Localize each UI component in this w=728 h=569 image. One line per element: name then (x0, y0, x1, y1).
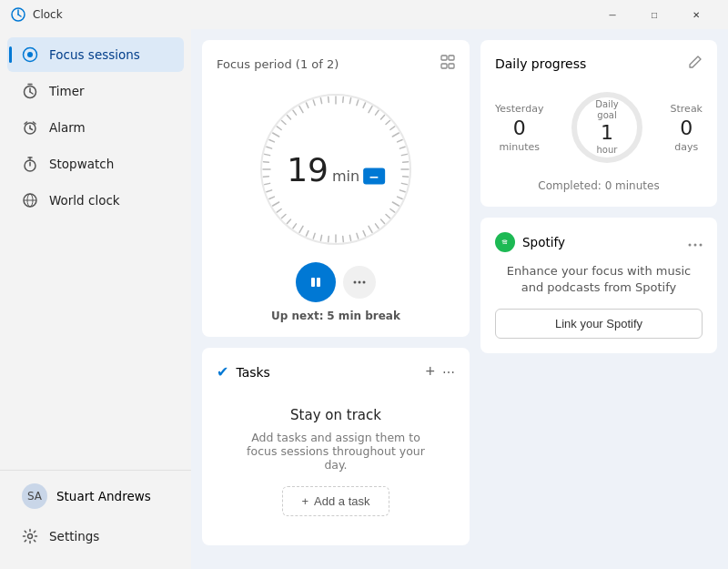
svg-line-80 (287, 116, 290, 119)
world-clock-icon (22, 192, 38, 208)
tasks-header: ✔ Tasks + ⋯ (217, 362, 455, 381)
right-panel: Daily progress Yesterday 0 minutes (480, 40, 717, 558)
svg-line-37 (392, 133, 399, 137)
svg-line-48 (390, 208, 395, 212)
spotify-description: Enhance your focus with music and podcas… (495, 263, 703, 296)
yesterday-stat: Yesterday 0 minutes (495, 103, 543, 153)
sidebar-item-stopwatch[interactable]: Stopwatch (7, 147, 184, 181)
streak-value: 0 (680, 117, 693, 139)
up-next-label: Up next: (271, 310, 323, 322)
focus-period-card: Focus period (1 of 2) (202, 40, 470, 337)
svg-line-55 (349, 235, 350, 240)
focus-expand-icon[interactable] (440, 55, 455, 73)
stopwatch-icon (22, 156, 38, 172)
sidebar-item-alarm[interactable]: Alarm (7, 110, 184, 145)
sidebar-item-settings[interactable]: Settings (7, 519, 184, 554)
svg-point-21 (28, 534, 33, 539)
svg-line-41 (403, 162, 409, 163)
svg-line-82 (299, 107, 303, 113)
sidebar: Focus sessions Timer (0, 29, 191, 569)
minimize-button[interactable]: ─ (592, 0, 633, 29)
clock-controls (296, 262, 376, 302)
spotify-logo (495, 232, 515, 252)
svg-point-91 (363, 281, 366, 284)
user-avatar: SA (22, 483, 47, 509)
donut-goal-label: Daily goal (586, 99, 627, 121)
settings-icon (22, 528, 38, 544)
svg-line-44 (401, 183, 407, 184)
svg-line-73 (263, 162, 268, 163)
svg-line-60 (313, 233, 315, 239)
svg-rect-25 (449, 64, 454, 68)
sidebar-item-world-clock[interactable]: World clock (7, 183, 184, 218)
svg-line-34 (381, 116, 385, 119)
tasks-title: Tasks (236, 365, 418, 380)
alarm-label: Alarm (49, 120, 86, 135)
spotify-more-button[interactable] (688, 236, 703, 249)
svg-line-74 (265, 154, 270, 155)
daily-progress-edit-button[interactable] (688, 55, 703, 72)
svg-line-47 (392, 202, 399, 206)
user-name: Stuart Andrews (56, 489, 151, 503)
svg-line-53 (363, 231, 365, 236)
world-clock-label: World clock (49, 193, 120, 208)
sidebar-item-focus-sessions[interactable]: Focus sessions (7, 37, 184, 72)
daily-progress-title: Daily progress (495, 56, 586, 71)
svg-line-45 (399, 190, 405, 192)
pause-button[interactable] (296, 262, 336, 302)
tasks-actions: + ⋯ (425, 362, 455, 381)
svg-point-4 (27, 52, 33, 57)
svg-line-59 (320, 235, 321, 240)
svg-line-83 (306, 103, 308, 107)
svg-point-93 (500, 237, 511, 249)
svg-line-58 (329, 237, 329, 242)
more-options-button[interactable] (343, 266, 376, 299)
maximize-button[interactable]: □ (633, 0, 675, 29)
completed-text: Completed: 0 minutes (495, 179, 703, 192)
app-title: Clock (33, 8, 592, 21)
svg-line-75 (267, 147, 272, 148)
tasks-add-button[interactable]: + (425, 362, 435, 381)
svg-line-50 (381, 219, 385, 223)
svg-line-28 (343, 97, 344, 102)
up-next-value: 5 min break (327, 310, 400, 322)
clock-time-display: 19 min − (287, 151, 385, 188)
svg-line-29 (349, 98, 350, 104)
donut-goal-value: 1 (586, 121, 627, 145)
svg-line-71 (263, 177, 268, 178)
svg-line-35 (386, 120, 389, 124)
timer-label: Timer (49, 84, 85, 98)
user-profile[interactable]: SA Stuart Andrews (7, 474, 184, 518)
donut-text: Daily goal 1 hour (586, 99, 627, 156)
svg-line-49 (386, 215, 389, 218)
svg-rect-23 (449, 56, 454, 60)
svg-line-62 (299, 226, 303, 232)
spotify-header: Spotify (495, 232, 703, 252)
svg-line-46 (398, 197, 402, 198)
svg-line-2 (18, 15, 21, 16)
link-spotify-button[interactable]: Link your Spotify (495, 309, 703, 339)
spotify-name: Spotify (522, 235, 681, 249)
svg-line-39 (399, 147, 405, 148)
tasks-more-button[interactable]: ⋯ (442, 362, 455, 381)
sidebar-item-timer[interactable]: Timer (7, 74, 184, 108)
svg-line-70 (265, 183, 270, 184)
svg-line-81 (293, 110, 297, 115)
svg-rect-87 (311, 278, 315, 287)
svg-line-86 (329, 97, 329, 102)
svg-line-77 (273, 133, 279, 137)
close-button[interactable]: ✕ (675, 0, 717, 29)
svg-line-61 (306, 231, 308, 236)
titlebar: Clock ─ □ ✕ (0, 0, 728, 29)
clock-unit: min (332, 168, 359, 185)
add-task-button[interactable]: + Add a task (282, 486, 389, 516)
svg-point-90 (359, 281, 361, 284)
donut-goal-unit: hour (586, 145, 627, 156)
add-task-label: Add a task (314, 494, 369, 508)
streak-unit: days (674, 141, 698, 153)
sidebar-divider (0, 470, 191, 471)
daily-progress-card: Daily progress Yesterday 0 minutes (480, 40, 717, 207)
settings-label: Settings (49, 529, 99, 544)
focus-card-header: Focus period (1 of 2) (217, 55, 455, 73)
left-panel: Focus period (1 of 2) (202, 40, 470, 558)
